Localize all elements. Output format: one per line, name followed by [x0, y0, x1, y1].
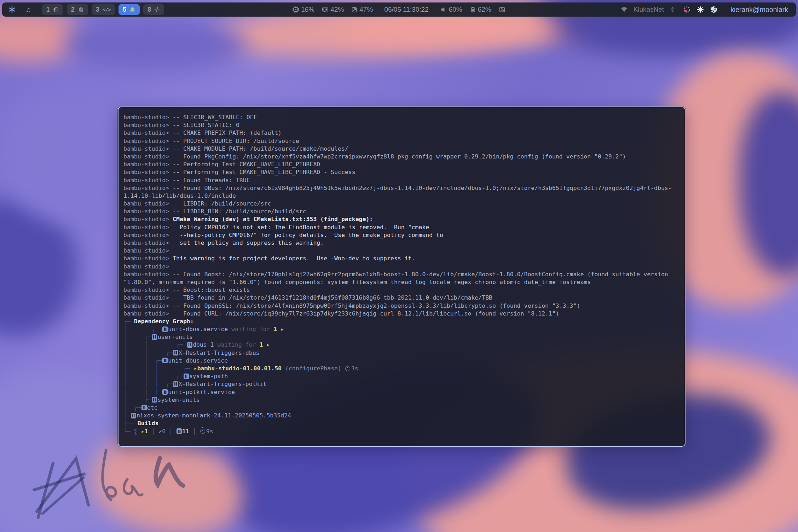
- steam-tray-icon[interactable]: [710, 6, 718, 13]
- music-note-icon[interactable]: ♫: [25, 5, 31, 14]
- terminal-text-segment: bambu-studio>: [123, 310, 173, 317]
- terminal-text-segment: 3s: [351, 365, 358, 372]
- terminal-text-segment: system-units: [157, 397, 200, 403]
- terminal-text-segment: 9s: [206, 428, 213, 435]
- starburst-tray-icon[interactable]: [697, 6, 704, 13]
- terminal-line: bambu-studio> -- LIBDIR_BIN: /build/sour…: [123, 208, 685, 215]
- terminal-text-segment: waiting for: [228, 326, 273, 332]
- pause-badge-icon: [131, 413, 136, 418]
- disk-value: 47%: [359, 6, 373, 13]
- terminal-line: └─ ∑ ▸1 │ ✓0 │ 11 │ 9s: [123, 428, 685, 435]
- workspace-number: 8: [148, 6, 151, 13]
- workspace-3-button[interactable]: 3</>: [92, 4, 115, 15]
- workspace-2-button[interactable]: 2: [67, 4, 88, 15]
- clock[interactable]: 05/05 11:30:22: [384, 6, 428, 13]
- terminal-text-segment: bambu-studio>: [123, 169, 173, 175]
- terminal-text-segment: bambu-studio>: [123, 177, 173, 184]
- terminal-text-segment: bambu-studio-01.00.01.50: [197, 365, 282, 372]
- laptop-slash-icon: [498, 6, 506, 13]
- pause-badge-icon: [141, 405, 147, 410]
- terminal-text-segment: │ │ ┌─: [123, 357, 162, 364]
- terminal-text-segment: -- Found PkgConfig: /nix/store/xnf5vza4h…: [173, 153, 626, 160]
- ghost-icon: [129, 7, 135, 13]
- terminal-line: bambu-studio> This warning is for projec…: [123, 255, 685, 262]
- workspace-5-button[interactable]: 5: [118, 4, 140, 15]
- terminal-text-segment: Dependency Graph:: [134, 318, 194, 325]
- cpu-stat: 16%: [292, 6, 314, 13]
- terminal-line: │ nixos-system-moonlark-24.11.20250505.5…: [123, 412, 685, 420]
- workspace-1-button[interactable]: 1: [42, 4, 63, 15]
- pause-badge-icon: [184, 374, 189, 379]
- terminal-text-segment: ▸: [277, 326, 284, 332]
- terminal-line: bambu-studio> -- SLIC3R_WX_STABLE: OFF: [123, 114, 685, 121]
- terminal-text-segment: │ │ │ ┌─: [123, 365, 194, 372]
- terminal-text-segment: Policy CMP0167 is not set: The FindBoost…: [173, 224, 429, 231]
- caffeine-toggle[interactable]: [498, 6, 506, 13]
- terminal-text-segment: -- Boost::boost exists: [173, 287, 250, 293]
- terminal-text-segment: bambu-studio>: [123, 200, 173, 207]
- workspace-number: 1: [46, 6, 50, 13]
- terminal-line: │ │ ┌─ dbus-1 waiting for 1 ▸: [123, 341, 685, 349]
- terminal-text-segment: bambu-studio>: [123, 287, 173, 293]
- top-bar-right: KlukasNet: [620, 6, 796, 14]
- terminal-line: bambu-studio> Policy CMP0167 is not set:…: [123, 224, 685, 231]
- terminal-line: bambu-studio> -- Found Boost: /nix/store…: [123, 271, 685, 278]
- terminal-text-segment: unit-dbus.service: [168, 357, 228, 364]
- stopwatch-icon: [345, 366, 350, 371]
- pause-badge-icon: [187, 342, 192, 348]
- terminal-line: 1.14.10-lib/lib/dbus-1.0/include: [123, 192, 685, 200]
- terminal-text-segment: 1: [260, 341, 263, 348]
- terminal-text-segment: bambu-studio>: [123, 185, 173, 191]
- top-bar-status: 16% 42%: [289, 6, 509, 13]
- terminal-text-segment: │: [166, 428, 176, 435]
- terminal-text-segment: unit-dbus.service: [168, 326, 228, 332]
- top-bar: ♫ 123</>58 16%: [2, 2, 796, 17]
- terminal-text-segment: system-path: [189, 373, 228, 380]
- workspace-8-button[interactable]: 8: [143, 4, 164, 15]
- terminal-text-segment: user-units: [157, 334, 192, 340]
- terminal-text-segment: ▸: [194, 365, 197, 372]
- terminal-text-segment: -- LIBDIR: /build/source/src: [173, 200, 271, 207]
- terminal-text-segment: ┌─: [123, 318, 134, 325]
- terminal-line: bambu-studio> CMake Warning (dev) at CMa…: [123, 215, 685, 223]
- top-bar-left: ♫ 123</>58: [2, 4, 164, 15]
- terminal-text-segment: bambu-studio>: [123, 247, 169, 254]
- terminal-text-segment: 1: [145, 428, 148, 435]
- terminal-line: bambu-studio> -- Found PkgConfig: /nix/s…: [123, 153, 685, 161]
- terminal-line: │ ├─system-units: [123, 396, 685, 404]
- terminal-line: bambu-studio> -- Found Threads: TRUE: [123, 177, 685, 184]
- user-host-label: kierank@moonlark: [730, 6, 788, 14]
- terminal-line: bambu-studio> -- LIBDIR: /build/source/s…: [123, 200, 685, 208]
- terminal-line: bambu-studio> --help-policy CMP0167" for…: [123, 231, 685, 239]
- wifi-icon[interactable]: [620, 6, 628, 13]
- terminal-line: │ │ │ ┌─X-Restart-Triggers-polkit: [123, 380, 685, 388]
- terminal-window[interactable]: bambu-studio> -- SLIC3R_WX_STABLE: OFFba…: [118, 106, 686, 447]
- terminal-text-segment: X-Restart-Triggers-dbus: [179, 349, 259, 356]
- terminal-text-segment: ▸: [141, 428, 145, 435]
- bluetooth-icon[interactable]: [670, 6, 675, 13]
- pause-badge-icon: [152, 334, 157, 340]
- terminal-text-segment: -- Found CURL: /nix/store/iq39chy7l7zr63…: [173, 310, 559, 317]
- network-name[interactable]: KlukasNet: [634, 6, 664, 13]
- terminal-text-segment: Builds: [138, 420, 159, 427]
- pause-badge-icon: [162, 358, 168, 363]
- disk-icon: [351, 6, 358, 13]
- terminal-text-segment: -- SLIC3R_STATIC: 0: [173, 122, 239, 128]
- terminal-text-segment: bambu-studio>: [123, 232, 173, 238]
- terminal-line: bambu-studio> -- Performing Test CMAKE_H…: [123, 161, 685, 168]
- terminal-line: │ │ │ ┌─ ▸bambu-studio-01.00.01.50 (conf…: [123, 365, 685, 372]
- memory-icon: [322, 6, 329, 13]
- volume-stat[interactable]: 60%: [440, 6, 462, 13]
- ghost-icon: [78, 7, 84, 13]
- terminal-text-segment: This warning is for project developers. …: [173, 255, 415, 262]
- nix-logo-icon[interactable]: [8, 6, 16, 13]
- terminal-text-segment: bambu-studio>: [123, 294, 173, 301]
- terminal-text-segment: bambu-studio>: [123, 271, 173, 278]
- terminal-text-segment: waiting for: [214, 341, 259, 348]
- terminal-text-segment: -- Found Threads: TRUE: [173, 177, 250, 184]
- battery-icon: [469, 6, 476, 13]
- workspace-number: 3: [96, 6, 99, 13]
- terminal-line: bambu-studio> -- SLIC3R_STATIC: 0: [123, 121, 685, 129]
- terminal-line: │ ┌─user-units: [123, 333, 685, 341]
- spinner-tray-icon[interactable]: [683, 6, 691, 13]
